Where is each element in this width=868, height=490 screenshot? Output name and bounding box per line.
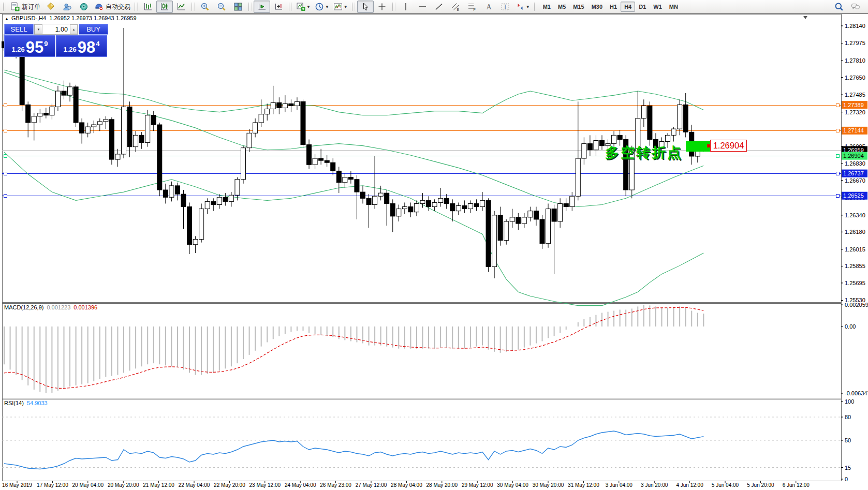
svg-text:29 May 12:00: 29 May 12:00: [462, 482, 493, 488]
toolbar-grip[interactable]: [352, 3, 355, 11]
new-chart-button[interactable]: ▼: [294, 1, 313, 13]
timeframe-d1-button[interactable]: D1: [635, 2, 650, 12]
market-button[interactable]: [76, 1, 92, 13]
buy-price[interactable]: 1.26 98 4: [56, 35, 107, 57]
tile-windows-button[interactable]: [230, 1, 246, 13]
svg-text:17 May 12:00: 17 May 12:00: [37, 482, 68, 488]
bar-chart-button[interactable]: [140, 1, 156, 13]
svg-text:1.27810: 1.27810: [845, 57, 865, 64]
candlestick-chart-button[interactable]: [156, 1, 173, 13]
timeframe-m30-button[interactable]: M30: [588, 2, 606, 12]
svg-text:80: 80: [845, 414, 851, 420]
buy-button[interactable]: BUY: [79, 24, 108, 35]
horizontal-line-button[interactable]: [414, 1, 431, 13]
mt4-window: 1.281401.279751.278101.276501.274851.273…: [0, 0, 868, 490]
toolbar-grip[interactable]: [248, 3, 252, 11]
svg-text:1.27389: 1.27389: [843, 102, 864, 108]
volume-up-button[interactable]: ▲: [70, 24, 78, 34]
svg-text:1.27650: 1.27650: [845, 75, 865, 81]
fibonacci-button[interactable]: F: [464, 1, 480, 13]
metaeditor-icon: [46, 2, 55, 11]
chat-button[interactable]: [847, 1, 864, 13]
community-button[interactable]: [59, 1, 76, 13]
new-order-button[interactable]: 新订单: [8, 1, 42, 13]
zoom-out-icon: [217, 2, 226, 11]
toolbar-grip[interactable]: [534, 3, 537, 11]
svg-text:27 May 12:00: 27 May 12:00: [356, 482, 387, 488]
time-axis: 16 May 201917 May 12:0020 May 04:0020 Ma…: [2, 481, 810, 488]
chart-shift-button[interactable]: [270, 1, 287, 13]
search-button[interactable]: [831, 1, 847, 13]
metaeditor-button[interactable]: [42, 1, 59, 13]
svg-text:28 May 04:00: 28 May 04:00: [391, 482, 422, 488]
rsi-name: RSI(14): [4, 400, 24, 406]
timeframe-m5-button[interactable]: M5: [554, 2, 569, 12]
toolbar: 新订单自动交易▼▼▼EFAT▼M1M5M15M30H1H4D1W1MN: [0, 0, 868, 14]
collapse-panel-icon[interactable]: ▲: [5, 17, 9, 21]
svg-text:3 Jun 04:00: 3 Jun 04:00: [606, 482, 633, 488]
macd-indicator-header: MACD(12,26,9)0.0012230.001396: [4, 304, 97, 310]
zoom-in-button[interactable]: [197, 1, 213, 13]
fibonacci-icon: F: [467, 2, 477, 11]
chart-canvas[interactable]: 1.281401.279751.278101.276501.274851.273…: [0, 0, 868, 490]
indicators-button[interactable]: ▼: [331, 1, 350, 13]
timeframe-mn-button[interactable]: MN: [666, 2, 682, 12]
volume-stepper: ▼ 1.00 ▲: [34, 24, 78, 35]
timeframe-h1-button[interactable]: H1: [606, 2, 621, 12]
autotrading-button[interactable]: 自动交易: [92, 1, 133, 13]
line-chart-button[interactable]: [173, 1, 189, 13]
svg-text:1.26015: 1.26015: [845, 246, 865, 253]
toolbar-grip[interactable]: [3, 3, 6, 11]
toolbar-grip[interactable]: [289, 3, 292, 11]
arrows-button[interactable]: ▼: [513, 1, 532, 13]
sell-button[interactable]: SELL: [4, 24, 34, 35]
svg-text:6 Jun 12:00: 6 Jun 12:00: [783, 482, 810, 488]
volume-value[interactable]: 1.00: [42, 24, 70, 34]
equidistant-channel-button[interactable]: E: [447, 1, 464, 13]
dropdown-arrow-icon[interactable]: ▼: [306, 5, 311, 9]
zoom-in-icon: [200, 2, 210, 11]
zoom-out-button[interactable]: [213, 1, 230, 13]
dropdown-arrow-icon[interactable]: ▼: [325, 5, 329, 9]
dropdown-arrow-icon[interactable]: ▼: [344, 5, 348, 9]
svg-text:24 May 04:00: 24 May 04:00: [285, 482, 316, 488]
turning-point-annotation[interactable]: 多空转折点: [605, 143, 683, 162]
svg-text:5 Jun 04:00: 5 Jun 04:00: [712, 482, 739, 488]
macd-name: MACD(12,26,9): [4, 304, 43, 310]
svg-text:1.27144: 1.27144: [843, 127, 864, 133]
timeframe-m15-button[interactable]: M15: [569, 2, 587, 12]
text-label-button[interactable]: T: [497, 1, 513, 13]
cursor-button[interactable]: [357, 1, 374, 13]
macd-panel[interactable]: [4, 305, 703, 393]
autoscroll-icon: [257, 2, 267, 11]
svg-text:28 May 20:00: 28 May 20:00: [426, 482, 458, 488]
highlight-rectangle[interactable]: [686, 141, 710, 152]
toolbar-grip[interactable]: [192, 3, 195, 11]
vertical-line-button[interactable]: [398, 1, 414, 13]
macd-signal-line: [4, 307, 703, 388]
autoscroll-button[interactable]: [254, 1, 270, 13]
periods-button[interactable]: ▼: [313, 1, 331, 13]
svg-text:A: A: [486, 3, 492, 11]
scroll-to-end-icon[interactable]: [803, 16, 807, 19]
svg-text:20 May 20:00: 20 May 20:00: [108, 482, 139, 488]
dropdown-arrow-icon[interactable]: ▼: [526, 5, 530, 9]
text-button[interactable]: A: [480, 1, 497, 13]
trendline-button[interactable]: [431, 1, 447, 13]
svg-text:1.25855: 1.25855: [845, 263, 865, 269]
toolbar-grip[interactable]: [135, 3, 138, 11]
timeframe-m1-button[interactable]: M1: [539, 2, 554, 12]
rsi-panel[interactable]: [2, 417, 841, 469]
toolbar-grip[interactable]: [392, 3, 395, 11]
chart-ohlc-header: ▲GBPUSD-,H4 1.26952 1.26973 1.26943 1.26…: [5, 15, 137, 21]
sell-price[interactable]: 1.26 95 9: [4, 35, 55, 57]
crosshair-button[interactable]: [374, 1, 390, 13]
svg-text:T: T: [504, 4, 507, 10]
volume-down-button[interactable]: ▼: [35, 24, 42, 34]
svg-text:31 May 12:00: 31 May 12:00: [568, 482, 599, 488]
timeframe-w1-button[interactable]: W1: [650, 2, 666, 12]
svg-text:1.26737: 1.26737: [843, 170, 864, 176]
price-tag-label[interactable]: 1.26904: [710, 140, 747, 152]
timeframe-h4-button[interactable]: H4: [621, 2, 635, 12]
svg-text:-0.006347: -0.006347: [845, 390, 868, 396]
